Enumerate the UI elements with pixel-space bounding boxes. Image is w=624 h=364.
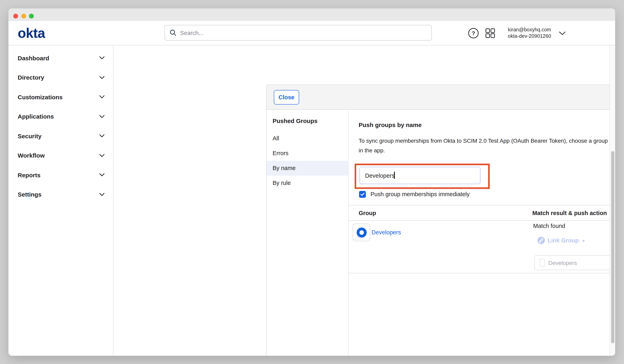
group-icon [356,227,366,237]
chevron-down-icon [99,96,104,99]
pushed-groups-subnav: Pushed Groups All Errors By name By rule [267,110,349,356]
window-maximize-button[interactable] [29,13,34,18]
link-group-action[interactable]: Link Group ▼ [538,237,586,244]
subnav-item-all[interactable]: All [267,131,348,146]
help-icon[interactable]: ? [468,21,479,45]
link-group-label: Link Group [547,237,579,244]
account-menu[interactable]: kiran@boxyhq.com okta-dev-20901260 [499,21,560,45]
column-group: Group [359,210,376,216]
window-titlebar [8,8,615,21]
sidebar-item-dashboard[interactable]: Dashboard [8,48,113,68]
subnav-title: Pushed Groups [273,117,317,124]
okta-logo[interactable]: okta [18,25,45,41]
search-input[interactable] [180,29,427,36]
app-group-select[interactable]: Developers ▼ [534,255,615,270]
chevron-down-icon [99,115,104,118]
chevron-down-icon [99,56,104,60]
desktop: okta ? [0,0,624,364]
table-header: Group Match result & push action [349,205,615,221]
close-button[interactable]: Close [274,90,299,104]
caret-down-icon: ▼ [582,238,586,243]
push-by-name-content: Push groups by name To sync group member… [349,110,615,356]
sidebar-item-settings[interactable]: Settings [8,185,113,204]
chevron-down-icon [99,154,104,157]
panel-toolbar: Close [267,85,615,110]
column-match-result: Match result & push action [532,210,615,216]
push-immediately-checkbox[interactable] [359,191,366,198]
app-group-select-value: Developers [548,260,615,266]
link-icon [538,237,545,244]
sidebar-nav: Dashboard Directory Customizations Appli… [8,45,113,356]
text-caret [394,172,395,179]
group-name-input[interactable] [360,167,480,184]
page-title: Push groups by name [359,121,421,128]
account-org: okta-dev-20901260 [508,33,551,39]
main-content: Close Pushed Groups All Errors By name B… [114,45,615,356]
window-close-button[interactable] [13,13,18,18]
group-name-link[interactable]: Developers [371,229,401,235]
group-avatar [353,224,370,241]
apps-grid-icon[interactable] [485,21,495,45]
sidebar-item-directory[interactable]: Directory [8,68,113,87]
chevron-down-icon [99,76,104,79]
scrollbar-thumb[interactable] [611,151,614,343]
subnav-item-by-name[interactable]: By name [267,161,348,176]
svg-text:?: ? [472,30,475,36]
group-placeholder-icon [540,259,545,266]
subnav-item-by-rule[interactable]: By rule [267,176,348,190]
chevron-down-icon [99,174,104,177]
sidebar-item-applications[interactable]: Applications [8,107,113,126]
match-status: Match found [533,223,565,229]
push-groups-panel: Close Pushed Groups All Errors By name B… [266,84,615,356]
annotation-box-input [355,164,490,189]
chevron-down-icon [99,134,104,138]
search-icon [170,29,177,36]
check-icon [360,193,365,196]
sidebar-item-workflow[interactable]: Workflow [8,146,113,165]
push-immediately-row: Push group memberships immediately [359,191,469,198]
search-bar[interactable] [164,25,432,41]
app-header: okta ? [8,21,615,45]
description-text: To sync group memberships from Okta to S… [359,136,615,155]
sidebar-item-security[interactable]: Security [8,126,113,146]
window-minimize-button[interactable] [21,13,26,18]
chevron-down-icon [99,193,104,196]
account-email: kiran@boxyhq.com [508,27,551,33]
sidebar-item-customizations[interactable]: Customizations [8,87,113,107]
sidebar-item-reports[interactable]: Reports [8,165,113,185]
browser-window: okta ? [8,8,615,356]
subnav-item-errors[interactable]: Errors [267,146,348,161]
push-immediately-label: Push group memberships immediately [370,191,469,198]
scrollbar-track[interactable] [610,45,615,356]
chevron-down-icon[interactable] [559,21,566,45]
